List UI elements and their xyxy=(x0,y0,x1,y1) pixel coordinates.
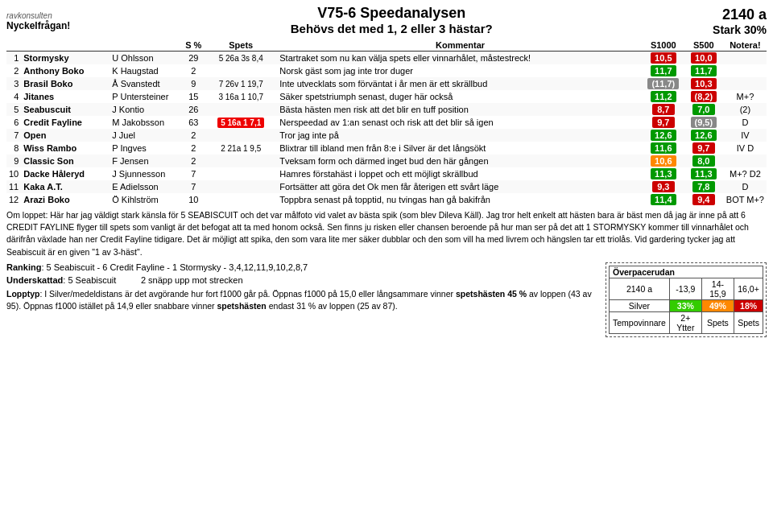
horse-spets: 7 26v 1 19,7 xyxy=(205,77,277,90)
horse-notera xyxy=(724,64,767,77)
horse-comment: Säker spetstriumph senast, duger här ock… xyxy=(277,90,643,103)
overpacerudan-box: Överpacerudan 2140 a -13,9 14-15,9 16,0+… xyxy=(606,262,767,337)
horse-s1000: 11,6 xyxy=(643,142,684,155)
horse-comment: Nerspeedad av 1:an senast och risk att d… xyxy=(277,116,643,129)
overpace-footer: Tempovinnare xyxy=(610,311,670,333)
bold-span: spetshästen 45 % xyxy=(456,289,527,299)
horse-spct: 29 xyxy=(182,52,205,65)
horse-s500: (8,2) xyxy=(684,90,724,103)
overpace-h2: 14-15,9 xyxy=(701,278,734,299)
horse-nr: 4 xyxy=(6,90,21,103)
table-row: 4 Jitanes P Untersteiner 15 3 16a 1 10,7… xyxy=(6,90,767,103)
horse-spct: 15 xyxy=(182,90,205,103)
horse-trainer: F Jensen xyxy=(110,155,182,167)
horse-trainer: M Jakobsson xyxy=(110,116,182,129)
horse-s500: 7,8 xyxy=(684,180,724,193)
horse-comment: Tveksam form och därmed inget bud den hä… xyxy=(277,155,643,167)
horse-nr: 7 xyxy=(6,129,21,142)
logo: ravkonsulten xyxy=(6,11,70,20)
horse-comment: Inte utvecklats som förväntat i år men ä… xyxy=(277,77,643,90)
lopptyp-text: Lopptyp: I Silver/medeldistans är det av… xyxy=(6,288,597,312)
table-row: 2 Anthony Boko K Haugstad 2 Norsk gäst s… xyxy=(6,64,767,77)
underskattad-horse: 5 Seabiscuit xyxy=(68,275,116,285)
horse-notera xyxy=(724,52,767,65)
horse-nr: 12 xyxy=(6,193,21,206)
horse-s500: (9,5) xyxy=(684,116,724,129)
horse-nr: 11 xyxy=(6,180,21,193)
horse-notera: D xyxy=(724,116,767,129)
horse-trainer: E Adielsson xyxy=(110,180,182,193)
lopptyp-content: I Silver/medeldistans är det avgörande h… xyxy=(6,289,592,311)
table-row: 12 Arazi Boko Ö Kihlström 10 Toppbra sen… xyxy=(6,193,767,206)
horse-spets xyxy=(205,180,277,193)
horse-s500: 9,4 xyxy=(684,193,724,206)
horse-spct: 63 xyxy=(182,116,205,129)
table-row: 9 Classic Son F Jensen 2 Tveksam form oc… xyxy=(6,155,767,167)
overpace-h3: 16,0+ xyxy=(734,278,763,299)
race-info: 2140 a xyxy=(713,6,767,23)
table-row: 5 Seabuscuit J Kontio 26 Bästa hästen me… xyxy=(6,103,767,116)
horse-notera: M+? D2 xyxy=(724,167,767,180)
horse-s500: 11,3 xyxy=(684,167,724,180)
horse-spets xyxy=(205,193,277,206)
horse-name: Classic Son xyxy=(21,155,110,167)
horse-notera: BOT M+? xyxy=(724,193,767,206)
horse-name: Seabuscuit xyxy=(21,103,110,116)
horse-spets xyxy=(205,129,277,142)
horse-s1000: (11,7) xyxy=(643,77,684,90)
horse-spct: 10 xyxy=(182,193,205,206)
horse-nr: 3 xyxy=(6,77,21,90)
horse-name: Stormysky xyxy=(21,52,110,65)
overpace-fl1: 2+ Ytter xyxy=(669,311,701,333)
overpace-v1: 33% xyxy=(669,299,701,311)
grade-info: Stark 30% xyxy=(713,23,767,36)
horse-spct: 26 xyxy=(182,103,205,116)
horse-nr: 5 xyxy=(6,103,21,116)
horse-comment: Toppbra senast på topptid, nu tvingas ha… xyxy=(277,193,643,206)
horse-name: Jitanes xyxy=(21,90,110,103)
horse-s500: 7,0 xyxy=(684,103,724,116)
horse-s1000: 11,4 xyxy=(643,193,684,206)
horse-trainer: J Juel xyxy=(110,129,182,142)
horse-spets: 3 16a 1 10,7 xyxy=(205,90,277,103)
table-row: 3 Brasil Boko Å Svanstedt 9 7 26v 1 19,7… xyxy=(6,77,767,90)
horse-spct: 2 xyxy=(182,142,205,155)
underskattad-extra: 2 snäpp upp mot strecken xyxy=(141,275,243,285)
horse-notera: IV xyxy=(724,129,767,142)
horse-trainer: K Haugstad xyxy=(110,64,182,77)
horse-nr: 8 xyxy=(6,142,21,155)
horse-s1000: 9,7 xyxy=(643,116,684,129)
horse-nr: 1 xyxy=(6,52,21,65)
ranking-label: Ranking xyxy=(6,262,41,272)
horse-spets xyxy=(205,64,277,77)
spets-badge: 5 16a 1 7,1 xyxy=(217,118,264,128)
horse-spets: 2 21a 1 9,5 xyxy=(205,142,277,155)
horse-s500: 12,6 xyxy=(684,129,724,142)
horse-s500: 10,3 xyxy=(684,77,724,90)
horse-notera xyxy=(724,155,767,167)
horse-nr: 6 xyxy=(6,116,21,129)
overpace-grade: Silver xyxy=(610,299,670,311)
horse-comment: Tror jag inte på xyxy=(277,129,643,142)
horse-trainer: J Kontio xyxy=(110,103,182,116)
horse-spct: 2 xyxy=(182,129,205,142)
horse-comment: Startraket som nu kan välja spets eller … xyxy=(277,52,643,65)
horse-name: Credit Fayline xyxy=(21,116,110,129)
horse-nr: 9 xyxy=(6,155,21,167)
main-title: V75-6 Speedanalysen xyxy=(291,5,493,22)
table-row: 10 Dacke Håleryd J Sjunnesson 7 Hamres f… xyxy=(6,167,767,180)
horse-notera: IV D xyxy=(724,142,767,155)
col-trainer xyxy=(110,39,182,52)
col-horse xyxy=(21,39,110,52)
horse-s1000: 8,7 xyxy=(643,103,684,116)
overpacerudan-table: Överpacerudan 2140 a -13,9 14-15,9 16,0+… xyxy=(609,266,763,334)
horse-trainer: U Ohlsson xyxy=(110,52,182,65)
horse-s1000: 9,3 xyxy=(643,180,684,193)
col-s1000: S1000 xyxy=(643,39,684,52)
col-spct: S % xyxy=(182,39,205,52)
horse-spets xyxy=(205,167,277,180)
table-row: 6 Credit Fayline M Jakobsson 63 5 16a 1 … xyxy=(6,116,767,129)
underskattad-label: Underskattad xyxy=(6,275,63,285)
overpace-fl2: Spets xyxy=(701,311,734,333)
horse-s500: 10,0 xyxy=(684,52,724,65)
